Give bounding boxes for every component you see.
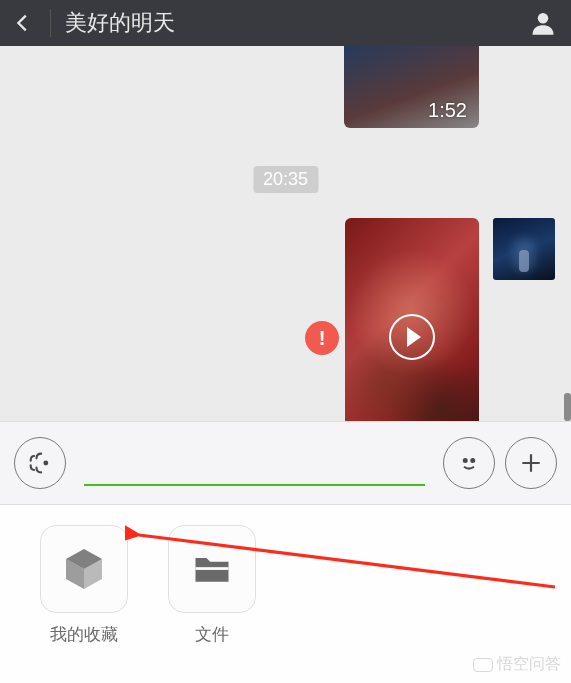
files-button[interactable]: 文件 <box>168 525 256 663</box>
watermark-text: 悟空问答 <box>497 654 561 675</box>
video-message[interactable]: 7:08 <box>345 218 479 421</box>
chat-header: 美好的明天 <box>0 0 571 46</box>
more-button[interactable] <box>505 437 557 489</box>
message-input-bar <box>0 421 571 505</box>
header-divider <box>50 9 51 37</box>
text-input[interactable] <box>84 484 425 486</box>
video-duration: 1:52 <box>428 99 467 122</box>
chat-title: 美好的明天 <box>65 8 527 38</box>
voice-wave-icon <box>26 449 54 477</box>
smiley-icon <box>454 448 484 478</box>
watermark-logo-icon <box>473 658 493 672</box>
person-icon <box>529 9 557 37</box>
chat-messages-area[interactable]: 1:52 20:35 7:08 <box>0 46 571 421</box>
svg-rect-4 <box>196 567 229 570</box>
profile-button[interactable] <box>527 9 559 37</box>
scrollbar-thumb[interactable] <box>564 393 571 421</box>
emoji-button[interactable] <box>443 437 495 489</box>
avatar[interactable] <box>493 218 555 280</box>
svg-point-3 <box>471 459 474 462</box>
svg-point-2 <box>464 459 467 462</box>
svg-point-0 <box>538 13 549 23</box>
plus-icon <box>518 450 544 476</box>
favorites-button[interactable]: 我的收藏 <box>40 525 128 663</box>
video-message[interactable]: 1:52 <box>344 46 479 128</box>
favorites-icon-box <box>40 525 128 613</box>
favorites-label: 我的收藏 <box>50 623 118 646</box>
files-icon-box <box>168 525 256 613</box>
cube-icon <box>60 545 108 593</box>
watermark: 悟空问答 <box>473 654 561 675</box>
back-button[interactable] <box>12 12 42 34</box>
attachment-panel: 我的收藏 文件 悟空问答 <box>0 505 571 683</box>
files-label: 文件 <box>195 623 229 646</box>
arrow-left-icon <box>12 12 34 34</box>
play-icon <box>389 314 435 360</box>
voice-input-button[interactable] <box>14 437 66 489</box>
timestamp-badge: 20:35 <box>253 166 318 193</box>
svg-point-1 <box>44 462 47 465</box>
folder-icon <box>190 547 234 591</box>
send-error-icon[interactable] <box>305 321 339 355</box>
